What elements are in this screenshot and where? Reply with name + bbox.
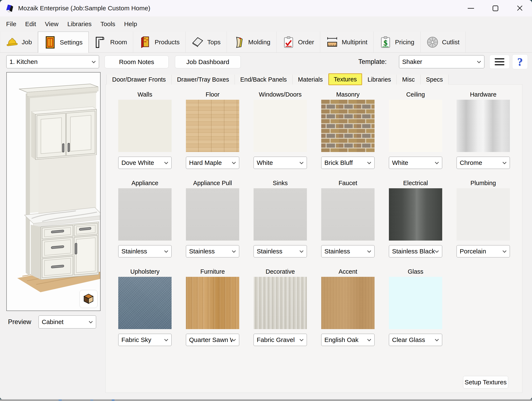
tab-door-drawer-fronts[interactable]: Door/Drawer Fronts	[107, 75, 171, 84]
toolbar-tab-cutlist[interactable]: Cutlist	[420, 32, 466, 53]
help-button[interactable]: ?	[512, 54, 528, 69]
walls-texture-select[interactable]: Dove White	[118, 157, 171, 169]
taskbar[interactable]	[0, 399, 532, 401]
chevron-down-icon	[435, 337, 439, 341]
select-value: White	[257, 159, 273, 166]
glass-texture-select[interactable]: Clear Glass	[389, 334, 442, 346]
texture-group-glass: GlassClear Glass	[382, 267, 449, 356]
maximize-button[interactable]	[483, 0, 507, 16]
tab-textures[interactable]: Textures	[328, 73, 362, 85]
texture-group-windows-doors: Windows/DoorsWhite	[246, 90, 314, 178]
preview-3d-panel[interactable]	[6, 72, 101, 311]
hardware-texture-select[interactable]: Chrome	[456, 157, 510, 169]
tab-end-back-panels[interactable]: End/Back Panels	[235, 75, 292, 84]
masonry-texture-select[interactable]: Brick Bluff	[321, 157, 374, 169]
texture-label-electrical: Electrical	[403, 178, 428, 187]
cabinet-box-icon	[139, 36, 151, 48]
preview-cube-icon	[82, 293, 95, 306]
template-select[interactable]: Shaker	[399, 55, 484, 68]
toolbar-tab-products[interactable]: Products	[133, 32, 186, 53]
select-value: Stainless	[121, 248, 147, 255]
texture-label-glass: Glass	[408, 267, 423, 275]
windows-doors-texture-swatch	[253, 100, 307, 152]
texture-group-masonry: MasonryBrick Bluff	[314, 90, 382, 178]
sinks-texture-swatch	[253, 188, 307, 241]
menu-bar: FileEditViewLibrariesToolsHelp	[0, 16, 532, 32]
room-notes-button[interactable]: Room Notes	[105, 56, 169, 68]
texture-group-hardware: HardwareChrome	[449, 90, 517, 178]
furniture-texture-select[interactable]: Quarter Sawn W	[186, 334, 239, 346]
hard-hat-icon	[6, 36, 18, 48]
select-value: Hard Maple	[189, 159, 222, 166]
preview-select[interactable]: Cabinet	[38, 315, 96, 329]
app-window: Mozaik Enterprise (Job:Sample Custom Hom…	[0, 0, 532, 399]
toolbar-tab-settings[interactable]: Settings	[38, 32, 89, 53]
menu-item-view[interactable]: View	[40, 20, 63, 28]
menu-item-help[interactable]: Help	[120, 20, 142, 28]
texture-label-furniture: Furniture	[200, 267, 225, 275]
texture-label-masonry: Masonry	[336, 90, 360, 98]
menu-button[interactable]	[489, 55, 510, 69]
ceiling-texture-select[interactable]: White	[389, 157, 442, 169]
menu-item-libraries[interactable]: Libraries	[63, 20, 96, 28]
upholstery-texture-select[interactable]: Fabric Sky	[118, 334, 171, 346]
plumbing-texture-swatch	[456, 188, 510, 241]
room-select[interactable]: 1. Kitchen	[6, 55, 99, 68]
chevron-down-icon	[164, 160, 168, 164]
select-value: Stainless Black	[392, 248, 435, 255]
plumbing-texture-select[interactable]: Porcelain	[456, 245, 510, 257]
select-value: White	[392, 159, 408, 166]
toolbar-tab-job[interactable]: Job	[0, 32, 38, 53]
menu-item-file[interactable]: File	[2, 20, 21, 28]
tab-specs[interactable]: Specs	[420, 75, 449, 84]
texture-label-faucet: Faucet	[338, 178, 357, 187]
tab-libraries[interactable]: Libraries	[362, 75, 397, 84]
accent-texture-select[interactable]: English Oak	[321, 334, 374, 346]
select-value: Quarter Sawn W	[189, 336, 233, 344]
texture-group-electrical: ElectricalStainless Black	[382, 178, 449, 267]
toolbar-tab-room[interactable]: Room	[89, 32, 133, 53]
electrical-texture-select[interactable]: Stainless Black	[389, 245, 442, 257]
chevron-down-icon	[502, 249, 506, 253]
select-value: Dove White	[121, 159, 154, 166]
job-dashboard-button[interactable]: Job Dashboard	[175, 56, 241, 68]
appliance-texture-select[interactable]: Stainless	[118, 245, 171, 257]
texture-group-floor: FloorHard Maple	[179, 90, 246, 178]
tab-materials[interactable]: Materials	[292, 75, 329, 84]
decorative-texture-select[interactable]: Fabric Gravel	[253, 334, 307, 346]
masonry-texture-swatch	[321, 100, 374, 152]
close-button[interactable]	[507, 0, 532, 16]
ruler-icon	[326, 36, 338, 48]
appliance-pull-texture-select[interactable]: Stainless	[186, 245, 239, 257]
texture-group-ceiling: CeilingWhite	[382, 90, 449, 178]
windows-doors-texture-select[interactable]: White	[253, 157, 307, 169]
texture-label-appliance-pull: Appliance Pull	[193, 178, 232, 187]
toolbar-tab-label: Products	[155, 38, 180, 46]
toolbar-tab-label: Molding	[248, 38, 270, 46]
close-icon	[517, 5, 523, 11]
setup-textures-button[interactable]: Setup Textures	[463, 376, 508, 388]
chevron-down-icon	[367, 160, 371, 164]
minimize-button[interactable]	[459, 0, 483, 16]
room-bar: 1. Kitchen Room Notes Job Dashboard Temp…	[0, 53, 532, 75]
floor-texture-select[interactable]: Hard Maple	[186, 157, 239, 169]
chevron-down-icon	[367, 249, 371, 253]
preview-cube-button[interactable]	[79, 290, 98, 308]
toolbar-tab-multiprint[interactable]: Multiprint	[320, 32, 374, 53]
toolbar-tab-molding[interactable]: Molding	[227, 32, 277, 53]
chevron-down-icon	[502, 160, 506, 164]
preview-label: Preview	[8, 315, 31, 329]
toolbar-tab-tops[interactable]: Tops	[186, 32, 227, 53]
toolbar-tab-order[interactable]: Order	[277, 32, 320, 53]
tab-misc[interactable]: Misc	[397, 75, 420, 84]
toolbar-tab-pricing[interactable]: $Pricing	[374, 32, 420, 53]
sinks-texture-select[interactable]: Stainless	[253, 245, 307, 257]
menu-item-edit[interactable]: Edit	[21, 20, 40, 28]
cabinet-3d-preview	[7, 72, 100, 311]
clipboard-dollar-icon: $	[379, 36, 392, 48]
faucet-texture-select[interactable]: Stainless	[321, 245, 374, 257]
help-icon: ?	[517, 56, 523, 68]
tab-drawer-tray-boxes[interactable]: Drawer/Tray Boxes	[171, 75, 235, 84]
menu-item-tools[interactable]: Tools	[96, 20, 120, 28]
mozaik-logo-icon	[5, 3, 14, 13]
